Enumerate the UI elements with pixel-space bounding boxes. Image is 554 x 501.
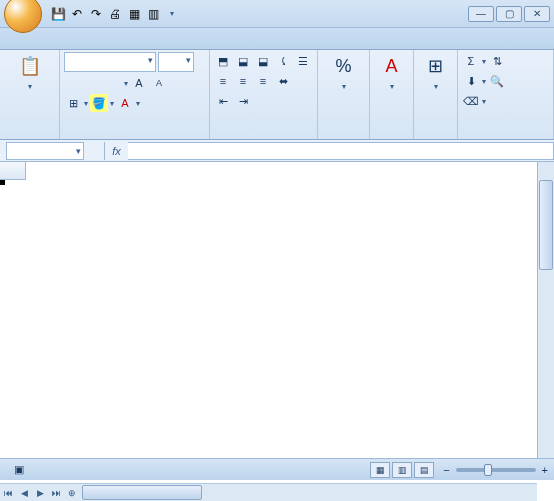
chevron-down-icon[interactable]: ▾ xyxy=(136,99,140,108)
chevron-down-icon: ▾ xyxy=(390,82,394,91)
clear-button[interactable]: ⌫ xyxy=(462,92,480,110)
align-right-button[interactable]: ≡ xyxy=(254,72,272,90)
find-button[interactable]: 🔍 xyxy=(488,72,506,90)
group-styles: A▾ xyxy=(370,50,414,139)
vertical-scrollbar[interactable] xyxy=(537,162,554,458)
align-middle-button[interactable]: ⬓ xyxy=(234,52,252,70)
align-center-button[interactable]: ≡ xyxy=(234,72,252,90)
print-preview-icon[interactable]: 🖨 xyxy=(107,6,123,22)
prev-sheet-button[interactable]: ◀ xyxy=(16,485,32,501)
first-sheet-button[interactable]: ⏮ xyxy=(0,485,16,501)
group-title-font xyxy=(64,135,205,137)
quick-access-toolbar: 💾 ↶ ↷ 🖨 ▦ ▥ ▾ xyxy=(50,6,180,22)
bold-button[interactable] xyxy=(64,74,82,92)
next-sheet-button[interactable]: ▶ xyxy=(32,485,48,501)
chevron-down-icon[interactable]: ▾ xyxy=(482,97,486,106)
styles-icon: A xyxy=(380,54,404,78)
chevron-down-icon[interactable]: ▾ xyxy=(84,99,88,108)
formula-bar[interactable] xyxy=(128,142,554,160)
group-font: ▾ A A ⊞▾ 🪣▾ A▾ xyxy=(60,50,210,139)
group-title-cells xyxy=(418,135,453,137)
group-title-editing xyxy=(462,135,549,137)
cells-icon: ⊞ xyxy=(424,54,448,78)
title-bar: 💾 ↶ ↷ 🖨 ▦ ▥ ▾ — ▢ ✕ xyxy=(0,0,554,28)
group-title-alignment xyxy=(214,135,313,137)
grow-font-button[interactable]: A xyxy=(130,74,148,92)
fill-button[interactable]: ⬇ xyxy=(462,72,480,90)
align-left-button[interactable]: ≡ xyxy=(214,72,232,90)
name-box[interactable] xyxy=(6,142,84,160)
zoom-in-button[interactable]: + xyxy=(542,464,548,476)
align-top-button[interactable]: ⬒ xyxy=(214,52,232,70)
wrap-text-button[interactable]: ☰ xyxy=(294,52,312,70)
font-size-combo[interactable] xyxy=(158,52,194,72)
decrease-indent-button[interactable]: ⇤ xyxy=(214,92,232,110)
save-icon[interactable]: 💾 xyxy=(50,6,66,22)
orientation-button[interactable]: ⤹ xyxy=(274,52,292,70)
font-color-button[interactable]: A xyxy=(116,94,134,112)
group-cells: ⊞▾ xyxy=(414,50,458,139)
group-title-styles xyxy=(374,135,409,137)
border-button[interactable]: ⊞ xyxy=(64,94,82,112)
group-editing: Σ▾⇅ ⬇▾🔍 ⌫▾ xyxy=(458,50,554,139)
ribbon: 📋 ▾ ▾ A A ⊞▾ 🪣▾ A▾ xyxy=(0,50,554,140)
group-title-number xyxy=(322,135,365,137)
chevron-down-icon[interactable]: ▾ xyxy=(482,77,486,86)
scroll-thumb[interactable] xyxy=(82,485,202,500)
chevron-down-icon[interactable]: ▾ xyxy=(482,57,486,66)
page-break-view-button[interactable]: ▤ xyxy=(414,462,434,478)
italic-button[interactable] xyxy=(84,74,102,92)
number-format-button[interactable]: % ▾ xyxy=(322,52,365,93)
table-icon[interactable]: ▦ xyxy=(126,6,142,22)
last-sheet-button[interactable]: ⏭ xyxy=(48,485,64,501)
group-alignment: ⬒ ⬓ ⬓ ⤹ ☰ ≡ ≡ ≡ ⬌ ⇤ ⇥ xyxy=(210,50,318,139)
close-button[interactable]: ✕ xyxy=(524,6,550,22)
sort-filter-button[interactable]: ⇅ xyxy=(488,52,506,70)
undo-icon[interactable]: ↶ xyxy=(69,6,85,22)
fill-color-button[interactable]: 🪣 xyxy=(90,94,108,112)
increase-indent-button[interactable]: ⇥ xyxy=(234,92,252,110)
new-sheet-button[interactable]: ⊕ xyxy=(64,485,80,501)
select-all-corner[interactable] xyxy=(0,162,26,180)
group-number: % ▾ xyxy=(318,50,370,139)
scroll-thumb[interactable] xyxy=(539,180,553,270)
align-bottom-button[interactable]: ⬓ xyxy=(254,52,272,70)
chevron-down-icon: ▾ xyxy=(28,82,32,91)
paste-icon: 📋 xyxy=(18,54,42,78)
ribbon-tabs xyxy=(0,28,554,50)
sheet-tab-bar: ⏮ ◀ ▶ ⏭ ⊕ xyxy=(0,483,537,501)
shrink-font-button[interactable]: A xyxy=(150,74,168,92)
status-bar: ▣ ▦ ▥ ▤ − + xyxy=(0,458,554,480)
qat-dropdown-icon[interactable]: ▾ xyxy=(164,6,180,22)
horizontal-scrollbar[interactable] xyxy=(80,484,537,501)
chevron-down-icon: ▾ xyxy=(342,82,346,91)
zoom-knob[interactable] xyxy=(484,464,492,476)
spreadsheet-grid xyxy=(0,162,554,458)
chevron-down-icon[interactable]: ▾ xyxy=(124,79,128,88)
group-title-clipboard xyxy=(4,135,55,137)
redo-icon[interactable]: ↷ xyxy=(88,6,104,22)
cells-button[interactable]: ⊞▾ xyxy=(418,52,453,93)
zoom-out-button[interactable]: − xyxy=(443,464,449,476)
normal-view-button[interactable]: ▦ xyxy=(370,462,390,478)
new-icon[interactable]: ▥ xyxy=(145,6,161,22)
underline-button[interactable] xyxy=(104,74,122,92)
percent-icon: % xyxy=(332,54,356,78)
minimize-button[interactable]: — xyxy=(468,6,494,22)
chevron-down-icon[interactable]: ▾ xyxy=(110,99,114,108)
fx-button[interactable]: fx xyxy=(104,142,128,160)
chevron-down-icon: ▾ xyxy=(434,82,438,91)
page-layout-view-button[interactable]: ▥ xyxy=(392,462,412,478)
paste-button[interactable]: 📋 ▾ xyxy=(4,52,55,93)
merge-button[interactable]: ⬌ xyxy=(274,72,292,90)
styles-button[interactable]: A▾ xyxy=(374,52,409,93)
font-name-combo[interactable] xyxy=(64,52,156,72)
macro-record-icon[interactable]: ▣ xyxy=(14,463,24,476)
selection-outline xyxy=(0,180,4,184)
maximize-button[interactable]: ▢ xyxy=(496,6,522,22)
formula-bar-row: fx xyxy=(0,140,554,162)
group-clipboard: 📋 ▾ xyxy=(0,50,60,139)
autosum-button[interactable]: Σ xyxy=(462,52,480,70)
zoom-slider[interactable] xyxy=(456,468,536,472)
